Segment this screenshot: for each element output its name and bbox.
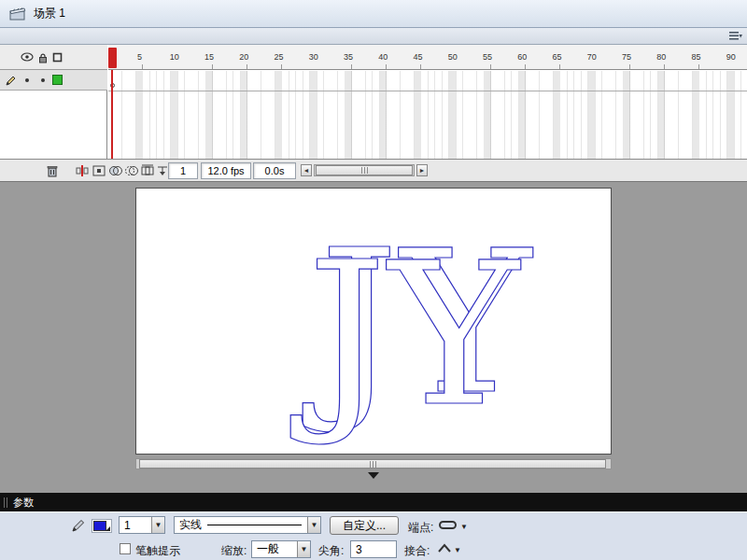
scale-dropdown-icon[interactable]: ▼ [297, 541, 310, 557]
flash-application-window: 场景 1 [0, 0, 747, 560]
artwork-letters-front: JY [290, 219, 521, 450]
timeline-scroll-left-arrow[interactable]: ◄ [301, 164, 312, 176]
ruler-tick-label: 80 [652, 52, 670, 62]
stage-scrollbar-thumb[interactable] [139, 459, 606, 469]
timeline-options-menu-icon[interactable] [729, 31, 742, 42]
timeline-scrollbar-thumb[interactable] [316, 165, 413, 175]
current-frame-field[interactable]: 1 [168, 162, 198, 179]
ruler-tick-label: 35 [339, 52, 358, 62]
outline-view-icon[interactable] [52, 52, 63, 63]
timeline-layer-column [0, 45, 107, 159]
ruler-tick-label: 5 [131, 52, 149, 62]
scale-value: 一般 [252, 541, 279, 557]
ruler-tick-label: 40 [374, 52, 392, 62]
stroke-height-dropdown-icon[interactable]: ▼ [151, 517, 164, 533]
layer-outline-swatch[interactable] [52, 75, 63, 85]
miter-label: 尖角: [318, 543, 344, 559]
timeline-scroll-right-arrow[interactable]: ► [416, 164, 428, 176]
stroke-height-value: 1 [120, 519, 131, 532]
timeline: 51015202530354045505560657075808590 [0, 45, 747, 159]
layer-visible-dot[interactable] [25, 78, 29, 82]
panel-grip-icon[interactable] [4, 497, 7, 508]
scene-name-label[interactable]: 场景 1 [34, 6, 65, 21]
properties-panel-bar[interactable]: 参数 [0, 493, 747, 511]
center-frame-icon[interactable] [92, 163, 106, 178]
swatch-dropdown-corner-icon [106, 526, 110, 531]
stroke-style-line-preview [207, 525, 302, 525]
delete-layer-trash-icon[interactable] [45, 163, 60, 178]
join-label: 接合: [404, 543, 430, 559]
ruler-tick-label: 65 [548, 52, 567, 62]
scene-bar: 场景 1 [0, 0, 747, 28]
lock-icon[interactable] [38, 52, 48, 63]
layer-frames-row[interactable] [108, 71, 747, 91]
cap-style-icon[interactable] [439, 521, 457, 529]
stage-canvas[interactable]: JY JY [135, 188, 612, 455]
scroll-to-playhead-icon[interactable] [75, 163, 90, 178]
ruler-tick-label: 55 [478, 52, 497, 62]
timeline-frames-area[interactable] [108, 71, 747, 159]
stroke-hinting-label: 笔触提示 [135, 543, 180, 559]
custom-stroke-button[interactable]: 自定义... [330, 516, 399, 535]
scale-label: 缩放: [221, 543, 247, 559]
timeline-top-strip [0, 28, 747, 45]
ruler-tick-label: 30 [304, 52, 323, 62]
scale-combo[interactable]: 一般 ▼ [251, 540, 311, 558]
pencil-tool-icon [71, 518, 86, 533]
stroke-style-value: 实线 [175, 517, 202, 533]
stroke-style-dropdown-icon[interactable]: ▼ [307, 517, 320, 533]
properties-tab-label[interactable]: 参数 [13, 496, 34, 510]
timeline-ruler[interactable]: 51015202530354045505560657075808590 [108, 45, 747, 70]
timeline-scrollbar-track[interactable] [314, 164, 415, 176]
join-dropdown-icon[interactable]: ▼ [454, 546, 461, 554]
layer-row[interactable] [0, 70, 107, 91]
scene-icon [9, 7, 26, 21]
ruler-tick-label: 85 [687, 52, 706, 62]
frame-rate-field[interactable]: 12.0 fps [201, 162, 251, 179]
ruler-tick-label: 45 [409, 52, 428, 62]
stage-area: JY JY [0, 182, 747, 493]
ruler-tick-label: 15 [200, 52, 218, 62]
miter-input[interactable]: 3 [350, 540, 397, 558]
ruler-tick-label: 25 [270, 52, 289, 62]
ruler-tick-label: 10 [165, 52, 184, 62]
join-style-icon[interactable] [438, 543, 451, 553]
ruler-tick-label: 20 [234, 52, 253, 62]
ruler-tick-label: 90 [722, 52, 740, 62]
show-hide-eye-icon[interactable] [21, 52, 34, 62]
stroke-height-combo[interactable]: 1 ▼ [119, 516, 165, 534]
onion-skin-icon[interactable] [108, 163, 123, 178]
stroke-hinting-checkbox[interactable] [120, 543, 131, 554]
ruler-tick-label: 60 [513, 52, 531, 62]
timeline-status-bar: 1 12.0 fps 0.0s ◄ ► [0, 159, 747, 182]
ruler-tick-label: 75 [617, 52, 636, 62]
ruler-tick-label: 70 [583, 52, 601, 62]
stroke-style-combo[interactable]: 实线 ▼ [174, 516, 321, 534]
elapsed-time-field[interactable]: 0.0s [253, 162, 296, 179]
onion-skin-outlines-icon[interactable] [124, 163, 139, 178]
playhead-line [111, 70, 113, 159]
artwork-letters: JY JY [290, 207, 533, 450]
stroke-color-button[interactable] [92, 519, 112, 533]
properties-panel: 1 ▼ 实线 ▼ 自定义... 端点: ▼ 笔触提示 缩放: 一般 ▼ 尖角: … [0, 511, 747, 560]
ruler-tick-label: 50 [444, 52, 462, 62]
stage-horizontal-scrollbar[interactable] [135, 458, 612, 469]
cap-label: 端点: [408, 520, 433, 536]
stroke-color-swatch-chip [93, 521, 106, 531]
cap-dropdown-icon[interactable]: ▼ [460, 523, 468, 531]
layer-unlocked-dot[interactable] [41, 78, 45, 82]
edit-pencil-icon [5, 75, 17, 87]
stage-artwork[interactable]: JY JY [136, 189, 613, 455]
panel-collapse-arrow[interactable] [368, 472, 379, 479]
playhead-handle[interactable] [108, 48, 117, 68]
layer-column-header [0, 45, 107, 70]
edit-multiple-frames-icon[interactable] [140, 163, 155, 178]
